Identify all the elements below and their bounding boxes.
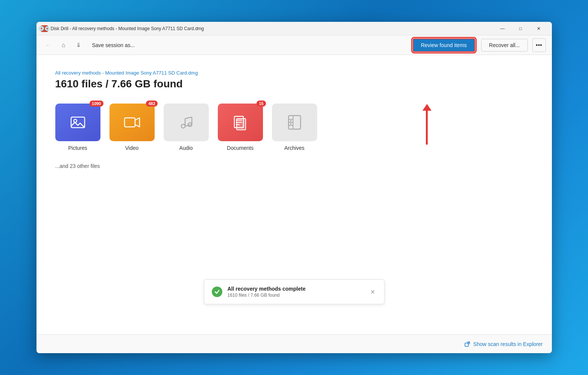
svg-point-3 xyxy=(181,124,185,128)
category-audio[interactable]: Audio xyxy=(164,104,209,151)
category-documents[interactable]: 15 Documents xyxy=(218,104,263,151)
pictures-icon-wrap: 1090 xyxy=(55,104,100,141)
show-scan-results-label: Show scan results in Explorer xyxy=(473,341,542,347)
pictures-icon xyxy=(68,113,88,132)
svg-rect-2 xyxy=(125,118,135,127)
svg-point-20 xyxy=(290,123,292,125)
video-label: Video xyxy=(125,145,139,151)
notification-title: All recovery methods complete xyxy=(228,286,363,292)
maximize-button[interactable]: □ xyxy=(512,23,529,35)
archives-icon-wrap xyxy=(272,104,317,141)
svg-point-1 xyxy=(74,119,77,122)
archives-icon xyxy=(285,113,304,132)
audio-icon-wrap xyxy=(164,104,209,141)
more-options-button[interactable]: ••• xyxy=(532,38,546,52)
download-button[interactable]: ⇓ xyxy=(73,39,85,51)
category-list: 1090 Pictures 482 xyxy=(55,104,533,151)
documents-badge: 15 xyxy=(257,101,266,107)
video-icon xyxy=(122,113,142,132)
main-content: All recovery methods - Mounted Image Son… xyxy=(36,55,552,334)
save-session-button[interactable]: Save session as... xyxy=(88,40,140,50)
show-scan-results-button[interactable]: Show scan results in Explorer xyxy=(464,341,542,347)
bottom-bar: Show scan results in Explorer xyxy=(36,334,552,353)
notification-text: All recovery methods complete 1610 files… xyxy=(228,286,363,298)
completion-notification: All recovery methods complete 1610 files… xyxy=(204,279,384,304)
notification-close-button[interactable]: ✕ xyxy=(369,287,377,297)
documents-label: Documents xyxy=(227,145,254,151)
window-title: Disk Drill - All recovery methods - Moun… xyxy=(51,26,494,31)
video-icon-wrap: 482 xyxy=(109,104,155,141)
svg-point-19 xyxy=(290,120,292,122)
category-video[interactable]: 482 Video xyxy=(109,104,155,151)
external-link-icon xyxy=(464,341,470,347)
home-button[interactable]: ⌂ xyxy=(58,39,70,51)
audio-icon xyxy=(176,113,196,132)
archives-label: Archives xyxy=(284,145,305,151)
scan-subtitle: All recovery methods - Mounted Image Son… xyxy=(55,70,533,76)
window-controls: — □ ✕ xyxy=(494,23,547,35)
recover-all-button[interactable]: Recover all... xyxy=(481,39,528,52)
back-button[interactable]: ← xyxy=(43,39,55,51)
category-pictures[interactable]: 1090 Pictures xyxy=(55,104,100,151)
audio-label: Audio xyxy=(179,145,193,151)
documents-icon-wrap: 15 xyxy=(218,104,263,141)
close-button[interactable]: ✕ xyxy=(530,23,547,35)
titlebar: 💿 Disk Drill - All recovery methods - Mo… xyxy=(36,22,552,35)
check-icon xyxy=(212,287,222,297)
save-session-label: Save session as... xyxy=(92,42,135,48)
files-found-heading: 1610 files / 7.66 GB found xyxy=(55,78,533,90)
documents-icon xyxy=(231,113,250,132)
category-archives[interactable]: Archives xyxy=(272,104,317,151)
notification-subtitle: 1610 files / 7.66 GB found xyxy=(228,293,363,298)
other-files-label: ...and 23 other files xyxy=(55,163,533,169)
video-badge: 482 xyxy=(146,101,157,107)
review-found-items-button[interactable]: Review found items xyxy=(413,38,475,52)
pictures-label: Pictures xyxy=(68,145,87,151)
toolbar: ← ⌂ ⇓ Save session as... Review found it… xyxy=(36,35,552,55)
app-icon: 💿 xyxy=(41,25,48,32)
minimize-button[interactable]: — xyxy=(494,23,511,35)
app-window: 💿 Disk Drill - All recovery methods - Mo… xyxy=(36,22,552,353)
pictures-badge: 1090 xyxy=(90,101,103,107)
svg-line-8 xyxy=(185,117,192,119)
